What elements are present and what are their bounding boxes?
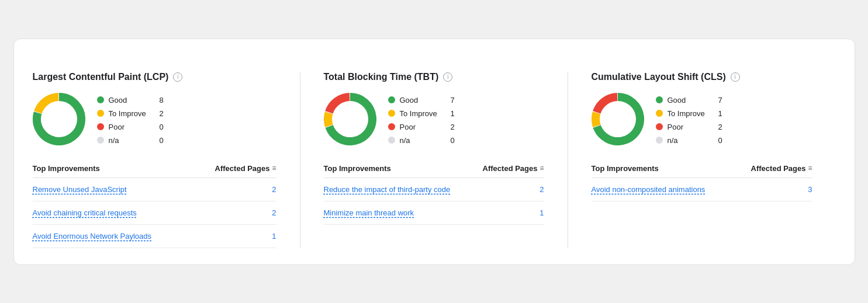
legend-item: Poor 2 [656,123,722,131]
donut-chart-lcp [33,93,85,148]
metric-title-lcp: Largest Contentful Paint (LCP) [33,72,169,82]
improvement-link[interactable]: Avoid chaining critical requests [33,208,137,217]
improvement-link[interactable]: Avoid Enormous Network Payloads [33,232,152,241]
legend-count: 2 [718,123,722,131]
improvement-row: Avoid chaining critical requests 2 [33,201,276,225]
legend-item: Good 7 [388,96,455,105]
improvement-link[interactable]: Minimize main thread work [324,208,414,217]
legend-count: 7 [718,96,722,105]
metric-header-cls: Cumulative Layout Shift (CLS) i [592,72,812,82]
legend-count: 1 [718,109,722,118]
info-icon-tbt[interactable]: i [443,72,452,82]
legend-count: 0 [718,136,722,145]
donut-chart-tbt [324,93,376,148]
legend-dot [656,137,663,144]
legend-dot [388,96,395,103]
legend-label: n/a [668,136,711,145]
filter-icon: ≡ [540,164,544,172]
legend-dot [97,137,104,144]
legend-item: To Improve 1 [388,109,455,118]
legend-item: To Improve 2 [97,109,164,118]
legend-dot [97,123,104,130]
metrics-row: Largest Contentful Paint (LCP) i Good 8 … [33,72,836,248]
legend-label: n/a [400,136,444,145]
improvements-header-tbt: Top Improvements Affected Pages ≡ [324,164,544,178]
metric-header-tbt: Total Blocking Time (TBT) i [324,72,544,82]
improvement-link[interactable]: Reduce the impact of third-party code [324,185,451,194]
improvements-header-lcp: Top Improvements Affected Pages ≡ [33,164,276,178]
legend-dot [656,110,663,117]
metric-col-lcp: Largest Contentful Paint (LCP) i Good 8 … [33,72,300,248]
legend-label: Good [109,96,153,105]
legend-dot [97,110,104,117]
legend-count: 1 [451,109,455,118]
legend: Good 7 To Improve 1 Poor 2 n/a 0 [388,96,455,145]
improvements-section-lcp: Top Improvements Affected Pages ≡ Remove… [33,164,276,248]
improvement-row: Avoid Enormous Network Payloads 1 [33,225,276,248]
legend-item: Good 8 [97,96,164,105]
donut-chart-cls [592,93,644,148]
filter-icon: ≡ [808,164,812,172]
improvements-section-cls: Top Improvements Affected Pages ≡ Avoid … [592,164,812,201]
legend-dot [656,96,663,103]
filter-icon: ≡ [272,164,276,172]
improvement-link[interactable]: Avoid non-composited animations [592,185,706,194]
improvements-label: Top Improvements [592,164,659,173]
legend-item: n/a 0 [97,136,164,145]
legend-item: To Improve 1 [656,109,722,118]
improvement-count: 2 [272,208,276,217]
metric-col-tbt: Total Blocking Time (TBT) i Good 7 To Im… [300,72,568,248]
improvement-count: 2 [272,185,276,194]
improvements-section-tbt: Top Improvements Affected Pages ≡ Reduce… [324,164,544,225]
improvement-count: 2 [540,185,544,194]
legend-item: n/a 0 [388,136,455,145]
affected-pages-label: Affected Pages ≡ [215,164,276,173]
legend-label: To Improve [109,109,153,118]
legend-count: 0 [160,136,164,145]
improvement-count: 1 [272,232,276,241]
legend-item: Poor 0 [97,123,164,131]
info-icon-lcp[interactable]: i [173,72,182,82]
metric-col-cls: Cumulative Layout Shift (CLS) i Good 7 T… [568,72,836,248]
improvement-count: 1 [540,208,544,217]
legend: Good 7 To Improve 1 Poor 2 n/a 0 [656,96,722,145]
legend-item: Poor 2 [388,123,455,131]
metrics-card: Largest Contentful Paint (LCP) i Good 8 … [13,39,855,265]
improvement-link[interactable]: Remove Unused JavaScript [33,185,127,194]
improvements-label: Top Improvements [33,164,100,173]
legend-label: Good [668,96,711,105]
improvement-row: Reduce the impact of third-party code 2 [324,178,544,201]
legend-item: Good 7 [656,96,722,105]
legend-label: Poor [400,123,444,131]
legend-count: 0 [451,136,455,145]
legend-label: To Improve [668,109,711,118]
improvements-label: Top Improvements [324,164,391,173]
legend-dot [388,123,395,130]
affected-pages-label: Affected Pages ≡ [483,164,544,173]
metric-header-lcp: Largest Contentful Paint (LCP) i [33,72,276,82]
legend-label: Poor [109,123,153,131]
legend-count: 0 [160,123,164,131]
legend-count: 7 [451,96,455,105]
chart-legend-tbt: Good 7 To Improve 1 Poor 2 n/a 0 [324,93,544,148]
metric-title-cls: Cumulative Layout Shift (CLS) [592,72,726,82]
legend-dot [388,137,395,144]
legend-count: 8 [160,96,164,105]
affected-pages-label: Affected Pages ≡ [751,164,812,173]
improvement-row: Remove Unused JavaScript 2 [33,178,276,201]
legend-item: n/a 0 [656,136,722,145]
improvement-row: Minimize main thread work 1 [324,201,544,225]
info-icon-cls[interactable]: i [731,72,740,82]
improvement-row: Avoid non-composited animations 3 [592,178,812,201]
legend-dot [388,110,395,117]
legend-label: To Improve [400,109,444,118]
legend-label: n/a [109,136,153,145]
chart-legend-lcp: Good 8 To Improve 2 Poor 0 n/a 0 [33,93,276,148]
legend-label: Good [400,96,444,105]
legend-count: 2 [451,123,455,131]
chart-legend-cls: Good 7 To Improve 1 Poor 2 n/a 0 [592,93,812,148]
improvement-count: 3 [808,185,812,194]
metric-title-tbt: Total Blocking Time (TBT) [324,72,439,82]
legend-label: Poor [668,123,711,131]
legend: Good 8 To Improve 2 Poor 0 n/a 0 [97,96,164,145]
